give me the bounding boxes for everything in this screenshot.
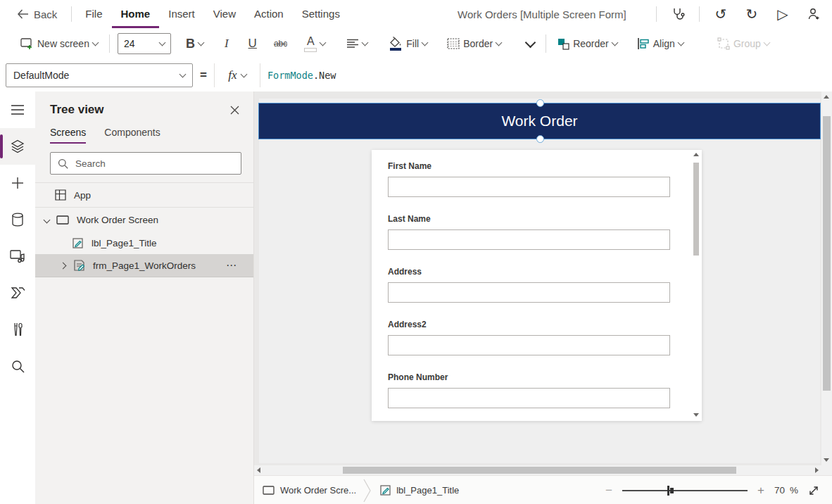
chevron-down-icon [422,39,429,46]
reorder-button[interactable]: Reorder [553,35,622,53]
zoom-slider-handle[interactable] [667,486,669,496]
tab-components[interactable]: Components [104,127,160,144]
preview-play-button[interactable]: ▷ [769,2,797,26]
rail-media-button[interactable] [0,238,35,275]
app-checker-button[interactable] [664,2,692,26]
work-order-screen-canvas[interactable]: Work Order First Name Last Name Address … [259,99,820,463]
rail-advanced-tools-button[interactable] [0,311,35,348]
bold-button[interactable]: B [181,34,208,54]
tree-search-box[interactable] [50,152,241,175]
chevron-down-icon [677,39,684,46]
vertical-scrollbar-thumb[interactable] [823,116,831,391]
menu-item-insert[interactable]: Insert [159,0,204,28]
underline-button[interactable]: U [244,34,262,53]
italic-button[interactable]: I [220,34,234,53]
tree-item-app[interactable]: App [35,183,253,208]
first-name-input[interactable] [388,177,670,197]
screen-icon [56,215,69,225]
undo-button[interactable]: ↺ [707,2,735,26]
close-tree-view-button[interactable] [229,104,241,116]
label-control-icon [73,238,83,248]
strikethrough-button[interactable]: abc [269,36,292,51]
rail-data-button[interactable] [0,201,35,238]
more-formatting-button[interactable] [522,38,539,49]
address2-input[interactable] [388,335,670,355]
scroll-down-arrow[interactable] [824,458,829,462]
breadcrumb-control[interactable]: lbl_Page1_Title [372,485,466,496]
fx-dropdown[interactable]: fx [214,63,260,87]
rail-search-button[interactable] [0,348,35,384]
back-arrow-icon [17,9,29,19]
menu-item-view[interactable]: View [204,0,245,28]
chevron-down-icon [158,39,165,46]
rail-tree-view-button[interactable] [0,128,35,165]
font-color-button[interactable]: A [299,33,330,55]
zoom-slider[interactable] [622,485,748,496]
rail-power-automate-button[interactable] [0,275,35,311]
form-field-last-name: Last Name [372,214,702,250]
menu-item-settings[interactable]: Settings [293,0,349,28]
tab-screens[interactable]: Screens [50,127,86,144]
tree-search-input[interactable] [74,158,234,170]
tree-item-work-order-screen[interactable]: Work Order Screen [35,208,253,232]
menu-item-action[interactable]: Action [245,0,293,28]
scroll-up-arrow[interactable] [693,153,699,156]
font-size-combobox[interactable]: 24 [118,33,171,54]
zoom-slider-handle-notch [670,488,674,493]
share-button[interactable] [800,2,828,26]
zoom-out-button[interactable]: − [605,484,612,496]
menu-item-home[interactable]: Home [112,0,160,28]
title-label-control[interactable]: Work Order [259,103,820,139]
new-screen-button[interactable]: New screen [15,35,103,53]
chevron-right-icon[interactable] [60,262,67,269]
menu-item-file[interactable]: File [76,0,111,28]
fit-to-window-button[interactable] [808,485,819,496]
canvas-vertical-scrollbar[interactable] [821,92,832,465]
scroll-right-arrow[interactable] [815,467,819,473]
chevron-down-icon[interactable] [44,216,51,223]
format-toolbar: New screen 24 B I U abc A [0,28,832,60]
formula-input[interactable]: FormMode.New [267,70,336,81]
menu-divider [699,6,700,22]
scroll-down-arrow[interactable] [693,413,699,417]
canvas-horizontal-scrollbar[interactable] [254,465,821,475]
expand-diagonal-icon [808,485,819,496]
formula-rest-token: .New [313,70,336,81]
status-bar: Work Order Scre... lbl_Page1_Title − + 7… [254,475,832,504]
fill-button[interactable]: Fill [384,34,432,53]
selection-handle-bottom[interactable] [536,135,544,143]
text-align-button[interactable] [341,36,372,51]
work-orders-form-control[interactable]: First Name Last Name Address Address2 Ph… [372,150,702,421]
new-screen-icon [20,38,34,50]
tree-view-layers-icon [11,139,25,153]
label-control-icon [380,485,391,496]
breadcrumb-screen[interactable]: Work Order Scre... [254,485,363,496]
scroll-left-arrow[interactable] [257,467,260,473]
breadcrumb-control-label: lbl_Page1_Title [396,485,459,496]
zoom-in-button[interactable]: + [757,484,764,496]
tree-item-frm-page1-workorders[interactable]: frm_Page1_WorkOrders ⋯ [35,254,253,277]
tree-item-label: App [74,190,91,201]
selection-handle-top[interactable] [536,99,544,107]
rail-menu-button[interactable] [0,92,35,128]
form-scrollbar-thumb[interactable] [693,163,699,256]
back-button[interactable]: Back [0,8,67,20]
form-scrollbar[interactable] [693,153,700,417]
tree-item-lbl-page1-title[interactable]: lbl_Page1_Title [35,232,253,254]
property-dropdown[interactable]: DefaultMode [6,63,193,87]
field-label: Address2 [388,320,670,329]
bold-label: B [186,37,195,51]
menu-divider [71,6,72,22]
align-button[interactable]: Align [632,35,688,52]
font-size-value: 24 [124,38,135,49]
phone-number-input[interactable] [388,388,670,408]
fill-bucket-icon [389,37,403,51]
more-options-button[interactable]: ⋯ [226,259,238,272]
scroll-up-arrow[interactable] [824,95,829,99]
address-input[interactable] [388,282,670,303]
horizontal-scrollbar-thumb[interactable] [343,467,736,474]
redo-button[interactable]: ↻ [738,2,766,26]
rail-insert-button[interactable] [0,165,35,201]
last-name-input[interactable] [388,229,670,250]
border-button[interactable]: Border [442,35,506,52]
